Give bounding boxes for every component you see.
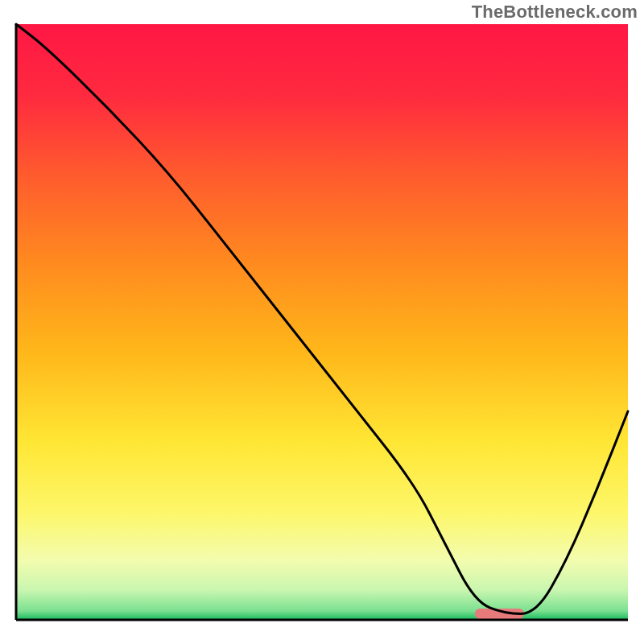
plot-background	[16, 24, 628, 620]
chart-svg	[0, 0, 644, 644]
bottleneck-chart	[0, 0, 644, 644]
watermark-text: TheBottleneck.com	[472, 2, 638, 23]
